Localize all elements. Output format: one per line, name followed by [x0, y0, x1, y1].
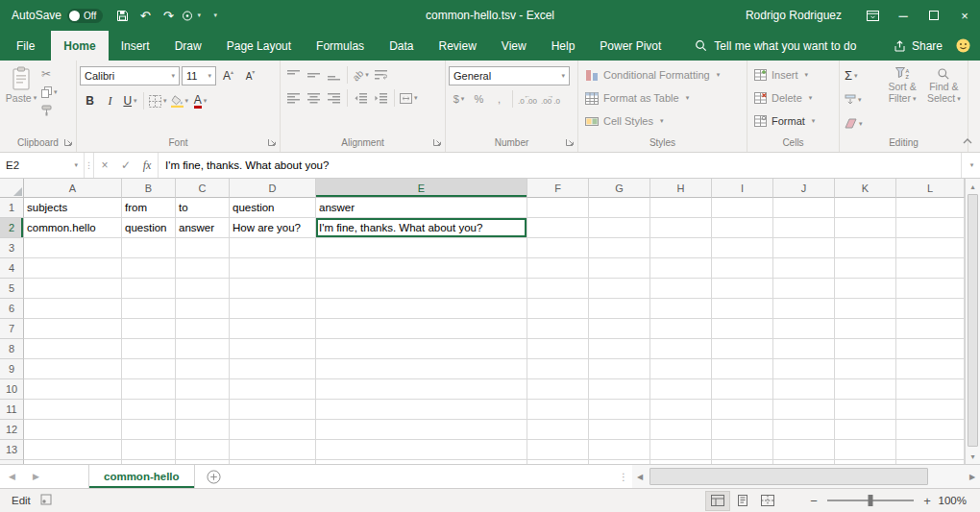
scroll-left-button[interactable]: ◀ [632, 465, 648, 488]
cell-A9[interactable] [24, 359, 122, 379]
cell-K10[interactable] [835, 379, 896, 400]
minimize-button[interactable]: ─ [888, 0, 919, 31]
cell-K8[interactable] [835, 339, 896, 359]
cell-K2[interactable] [835, 218, 896, 238]
cell-C5[interactable] [176, 279, 230, 299]
cell-C3[interactable] [176, 238, 230, 258]
tab-draw[interactable]: Draw [162, 31, 214, 61]
cell-J12[interactable] [773, 420, 835, 440]
clipboard-dialog-launcher[interactable] [64, 133, 73, 150]
expand-formula-bar-button[interactable]: ▾ [961, 153, 980, 178]
font-size-combo[interactable]: 11▾ [182, 66, 216, 85]
cell-E8[interactable] [316, 339, 527, 359]
decrease-font-size-button[interactable]: A▾ [240, 66, 260, 86]
cell-styles-button[interactable]: Cell Styles▾ [581, 110, 744, 133]
cell-I6[interactable] [712, 299, 773, 319]
cell-K3[interactable] [835, 238, 896, 258]
undo-button[interactable]: ↶ [134, 2, 157, 29]
cell-G3[interactable] [589, 238, 650, 258]
cell-I5[interactable] [712, 279, 773, 299]
cell-J3[interactable] [773, 238, 835, 258]
cell-B2[interactable]: question [122, 218, 176, 238]
align-top-button[interactable] [283, 65, 304, 85]
next-sheet-button[interactable]: ▶ [24, 465, 48, 488]
row-header-13[interactable]: 13 [0, 440, 24, 460]
cell-I3[interactable] [712, 238, 773, 258]
cell-G1[interactable] [589, 198, 650, 218]
cell-L5[interactable] [896, 279, 965, 299]
cell-H10[interactable] [650, 379, 712, 400]
increase-indent-button[interactable] [371, 88, 391, 109]
share-button[interactable]: Share [894, 39, 943, 53]
cell-H4[interactable] [650, 258, 712, 279]
cell-H12[interactable] [650, 420, 712, 440]
align-left-button[interactable] [283, 88, 304, 109]
cell-I10[interactable] [712, 379, 773, 400]
cell-F4[interactable] [527, 258, 589, 279]
cell-I12[interactable] [712, 420, 773, 440]
cell-G12[interactable] [589, 420, 650, 440]
cell-K4[interactable] [835, 258, 896, 279]
cell-B10[interactable] [122, 379, 176, 400]
horizontal-scroll-track[interactable] [648, 465, 965, 488]
cell-L1[interactable] [896, 198, 965, 218]
cell-H9[interactable] [650, 359, 712, 379]
paste-button[interactable]: Paste▾ [3, 63, 39, 136]
font-name-combo[interactable]: Calibri▾ [80, 66, 180, 85]
column-header-C[interactable]: C [176, 179, 230, 198]
cell-A8[interactable] [24, 339, 122, 359]
cell-C1[interactable]: to [176, 198, 230, 218]
column-header-K[interactable]: K [835, 179, 896, 198]
cell-G9[interactable] [589, 359, 650, 379]
maximize-button[interactable] [919, 0, 949, 31]
cell-C12[interactable] [176, 420, 230, 440]
cell-C9[interactable] [176, 359, 230, 379]
cell-B8[interactable] [122, 339, 176, 359]
feedback-smiley-icon[interactable] [956, 38, 970, 53]
cell-H13[interactable] [650, 440, 712, 460]
cell-B7[interactable] [122, 319, 176, 339]
cell-F9[interactable] [527, 359, 589, 379]
tab-page-layout[interactable]: Page Layout [214, 31, 304, 61]
cell-I8[interactable] [712, 339, 773, 359]
cell-A11[interactable] [24, 400, 122, 420]
redo-button[interactable]: ↷ [157, 2, 180, 29]
cell-D9[interactable] [230, 359, 316, 379]
cell-H6[interactable] [650, 299, 712, 319]
row-header-1[interactable]: 1 [0, 198, 24, 218]
cell-J9[interactable] [773, 359, 835, 379]
collapse-ribbon-button[interactable] [963, 131, 972, 148]
delete-cells-button[interactable]: Delete▾ [750, 86, 836, 110]
cell-B12[interactable] [122, 420, 176, 440]
cell-D4[interactable] [230, 258, 316, 279]
cell-J4[interactable] [773, 258, 835, 279]
tab-scroll-splitter[interactable]: ⋮ [615, 472, 632, 482]
cut-button[interactable]: ✂ [39, 64, 60, 83]
zoom-out-button[interactable]: − [805, 494, 822, 508]
row-header-3[interactable]: 3 [0, 238, 24, 258]
row-header-2[interactable]: 2 [0, 218, 24, 238]
account-name[interactable]: Rodrigo Rodriguez [746, 9, 842, 22]
tab-home[interactable]: Home [51, 31, 108, 61]
cell-E9[interactable] [316, 359, 527, 379]
find-select-button[interactable]: Find & Select▾ [923, 63, 965, 136]
cell-A4[interactable] [24, 258, 122, 279]
cell-L13[interactable] [896, 440, 965, 460]
cell-A13[interactable] [24, 440, 122, 460]
cell-B1[interactable]: from [122, 198, 176, 218]
orientation-button[interactable]: ab▾ [351, 65, 371, 85]
cell-D3[interactable] [230, 238, 316, 258]
cell-I7[interactable] [712, 319, 773, 339]
cell-F6[interactable] [527, 299, 589, 319]
percent-style-button[interactable]: % [469, 89, 489, 110]
cell-J13[interactable] [773, 440, 835, 460]
cell-E10[interactable] [316, 379, 527, 400]
cell-D1[interactable]: question [230, 198, 316, 218]
cell-D8[interactable] [230, 339, 316, 359]
cell-F2[interactable] [527, 218, 589, 238]
cell-F8[interactable] [527, 339, 589, 359]
cell-L3[interactable] [896, 238, 965, 258]
customize-qat-button[interactable]: ▾ [203, 2, 226, 29]
cell-D12[interactable] [230, 420, 316, 440]
cell-K1[interactable] [835, 198, 896, 218]
